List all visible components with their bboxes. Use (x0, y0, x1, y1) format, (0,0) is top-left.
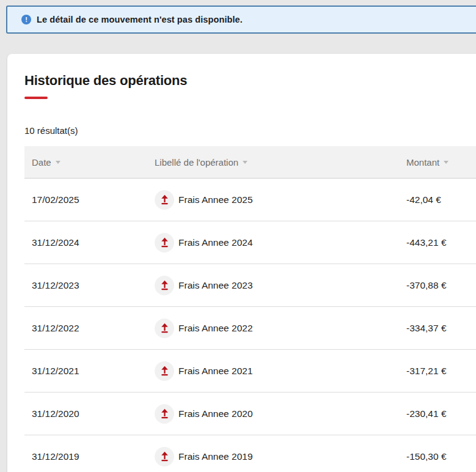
operation-label: Frais Annee 2023 (178, 280, 253, 291)
operation-row[interactable]: 17/02/2025 Frais Annee 2025 -42,04 € (24, 179, 476, 221)
title-underline (24, 97, 48, 99)
column-header-libelle-label: Libellé de l'opération (155, 157, 238, 168)
operation-amount: -230,41 € (406, 408, 476, 419)
page-title: Historique des opérations (24, 73, 476, 89)
operation-amount: -317,21 € (406, 366, 476, 377)
operation-row[interactable]: 31/12/2023 Frais Annee 2023 -370,88 € (24, 264, 476, 307)
upload-arrow-icon (155, 190, 174, 210)
column-header-montant[interactable]: Montant (406, 157, 476, 168)
operation-date: 31/12/2021 (24, 366, 155, 377)
operation-row[interactable]: 31/12/2019 Frais Annee 2019 -150,30 € (24, 435, 476, 472)
operation-date: 31/12/2019 (24, 451, 155, 462)
info-banner: ! Le détail de ce mouvement n'est pas di… (6, 6, 476, 34)
column-header-montant-label: Montant (406, 157, 439, 168)
operation-label: Frais Annee 2020 (178, 408, 253, 419)
operation-date: 31/12/2020 (24, 408, 155, 419)
operation-amount: -334,37 € (406, 323, 476, 334)
sort-caret-icon (56, 161, 60, 164)
column-header-libelle[interactable]: Libellé de l'opération (155, 157, 406, 168)
sort-caret-icon (444, 161, 449, 164)
upload-arrow-icon (155, 404, 174, 424)
column-header-date[interactable]: Date (24, 157, 155, 168)
operation-amount: -150,30 € (406, 451, 476, 462)
results-count: 10 résultat(s) (24, 125, 476, 136)
operation-amount: -42,04 € (406, 194, 476, 205)
operation-label: Frais Annee 2024 (178, 237, 253, 248)
upload-arrow-icon (155, 319, 174, 338)
operation-date: 17/02/2025 (24, 194, 155, 205)
operation-amount: -370,88 € (406, 280, 476, 291)
table-header: Date Libellé de l'opération Montant (24, 146, 476, 179)
operation-row[interactable]: 31/12/2021 Frais Annee 2021 -317,21 € (24, 350, 476, 393)
info-icon: ! (21, 15, 31, 24)
operation-date: 31/12/2022 (24, 323, 155, 334)
upload-arrow-icon (155, 361, 174, 381)
sort-caret-icon (243, 161, 247, 164)
operation-row[interactable]: 31/12/2022 Frais Annee 2022 -334,37 € (24, 307, 476, 350)
operation-label: Frais Annee 2019 (178, 451, 253, 462)
operation-label: Frais Annee 2022 (178, 323, 253, 334)
operation-date: 31/12/2024 (24, 237, 155, 248)
upload-arrow-icon (155, 447, 174, 466)
operation-label: Frais Annee 2021 (178, 366, 253, 377)
banner-message: Le détail de ce mouvement n'est pas disp… (37, 15, 243, 24)
upload-arrow-icon (155, 276, 174, 295)
operation-row[interactable]: 31/12/2024 Frais Annee 2024 -443,21 € (24, 221, 476, 264)
operation-row[interactable]: 31/12/2020 Frais Annee 2020 -230,41 € (24, 393, 476, 435)
column-header-date-label: Date (32, 157, 51, 168)
operation-amount: -443,21 € (406, 237, 476, 248)
table-body: 17/02/2025 Frais Annee 2025 -42,04 € 31/… (24, 179, 476, 472)
operations-history-panel: Historique des opérations 10 résultat(s)… (7, 54, 476, 472)
upload-arrow-icon (155, 233, 174, 253)
operations-table: Date Libellé de l'opération Montant 17/0… (24, 146, 476, 472)
operation-date: 31/12/2023 (24, 280, 155, 291)
operation-label: Frais Annee 2025 (178, 194, 253, 205)
